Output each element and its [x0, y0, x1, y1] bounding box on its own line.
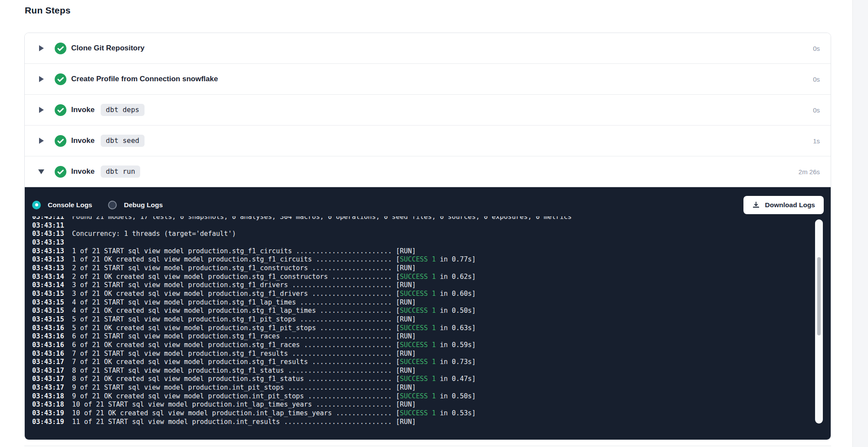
step-label: Clone Git Repository: [71, 44, 145, 53]
log-scrollbar-thumb[interactable]: [817, 257, 821, 335]
log-message: 6 of 21 OK created sql view model produc…: [72, 341, 400, 349]
log-message: Concurrency: 1 threads (target='default'…: [72, 230, 236, 238]
log-line: 03:43:16 6 of 21 START sql view model pr…: [32, 332, 805, 341]
log-success-badge: SUCCESS 1: [400, 409, 436, 417]
log-timestamp: 03:43:11: [32, 216, 72, 221]
log-success-badge: SUCCESS 1: [400, 358, 436, 366]
log-timestamp: 03:43:15: [32, 298, 72, 306]
log-line: 03:43:16 5 of 21 OK created sql view mod…: [32, 324, 805, 333]
log-timestamp: 03:43:11: [32, 222, 72, 229]
log-line: 03:43:13 1 of 21 START sql view model pr…: [32, 247, 805, 256]
log-message: 7 of 21 START sql view model production.…: [72, 350, 416, 358]
log-panel-header: Console LogsDebug Logs Download Logs: [25, 187, 831, 216]
log-timestamp: 03:43:13: [32, 230, 72, 238]
chevron-right-icon[interactable]: [39, 138, 44, 144]
log-line: 03:43:19 10 of 21 OK created sql view mo…: [32, 409, 805, 418]
log-line: 03:43:11 Found 21 models, 17 tests, 0 sn…: [32, 216, 805, 222]
right-gutter: [852, 0, 868, 447]
log-success-badge: SUCCESS 1: [400, 324, 436, 332]
log-type-radio-console-logs[interactable]: Console Logs: [32, 201, 92, 209]
run-step-row[interactable]: Clone Git Repository0s: [25, 33, 831, 64]
step-command-chip: dbt seed: [101, 135, 145, 147]
success-check-icon: [55, 73, 66, 85]
step-label: Invoke: [71, 136, 95, 145]
success-check-icon: [55, 135, 66, 147]
log-line: 03:43:17 7 of 21 OK created sql view mod…: [32, 358, 805, 367]
log-line: 03:43:15 5 of 21 START sql view model pr…: [32, 315, 805, 324]
console-log-output[interactable]: 03:43:11 Found 21 models, 17 tests, 0 sn…: [32, 216, 805, 434]
log-message-tail: in 0.53s]: [436, 409, 476, 417]
log-line: 03:43:16 7 of 21 START sql view model pr…: [32, 350, 805, 358]
log-message: 1 of 21 START sql view model production.…: [72, 247, 416, 255]
step-command-chip: dbt run: [101, 166, 140, 178]
log-timestamp: 03:43:15: [32, 290, 72, 298]
log-message: 6 of 21 START sql view model production.…: [72, 332, 416, 340]
run-step-row[interactable]: Invokedbt deps0s: [25, 95, 831, 126]
log-success-badge: SUCCESS 1: [400, 392, 436, 400]
log-message-tail: in 0.59s]: [436, 341, 476, 349]
log-success-badge: SUCCESS 1: [400, 255, 436, 263]
run-step-row[interactable]: Invokedbt run2m 26s: [25, 156, 831, 187]
download-logs-label: Download Logs: [765, 201, 815, 209]
log-timestamp: 03:43:16: [32, 341, 72, 349]
log-message-tail: in 0.73s]: [436, 358, 476, 366]
log-message-tail: in 0.63s]: [436, 324, 476, 332]
log-timestamp: 03:43:13: [32, 238, 72, 246]
run-steps-card: Clone Git Repository0sCreate Profile fro…: [24, 33, 831, 440]
log-line: 03:43:13 2 of 21 START sql view model pr…: [32, 264, 805, 273]
log-line: 03:43:17 9 of 21 START sql view model pr…: [32, 384, 805, 392]
log-line: 03:43:14 3 of 21 START sql view model pr…: [32, 281, 805, 290]
radio-selected-icon[interactable]: [32, 201, 41, 209]
log-line: 03:43:15 4 of 21 START sql view model pr…: [32, 298, 805, 307]
log-message: 10 of 21 OK created sql view model produ…: [72, 409, 400, 417]
run-step-row[interactable]: Invokedbt seed1s: [25, 126, 831, 156]
log-timestamp: 03:43:19: [32, 418, 72, 426]
log-line: 03:43:16 6 of 21 OK created sql view mod…: [32, 341, 805, 350]
log-timestamp: 03:43:17: [32, 358, 72, 366]
log-timestamp: 03:43:18: [32, 401, 72, 408]
chevron-right-icon[interactable]: [39, 45, 44, 51]
log-success-badge: SUCCESS 1: [400, 341, 436, 349]
radio-unselected-icon[interactable]: [108, 201, 117, 209]
run-step-row[interactable]: Create Profile from Connection snowflake…: [25, 64, 831, 95]
log-message: 1 of 21 OK created sql view model produc…: [72, 255, 400, 263]
log-message: 2 of 21 OK created sql view model produc…: [72, 273, 400, 281]
step-duration: 0s: [813, 76, 820, 83]
radio-label: Console Logs: [48, 201, 92, 209]
log-line: 03:43:15 4 of 21 OK created sql view mod…: [32, 307, 805, 315]
log-line: 03:43:13 Concurrency: 1 threads (target=…: [32, 230, 805, 238]
log-timestamp: 03:43:13: [32, 255, 72, 263]
log-message: 2 of 21 START sql view model production.…: [72, 264, 416, 272]
log-success-badge: SUCCESS 1: [400, 290, 436, 298]
log-timestamp: 03:43:13: [32, 264, 72, 272]
log-success-badge: SUCCESS 1: [400, 307, 436, 315]
log-success-badge: SUCCESS 1: [400, 273, 436, 281]
log-message: 4 of 21 OK created sql view model produc…: [72, 307, 400, 315]
log-timestamp: 03:43:18: [32, 392, 72, 400]
step-label: Invoke: [71, 167, 95, 176]
log-message: 4 of 21 START sql view model production.…: [72, 298, 416, 306]
log-timestamp: 03:43:19: [32, 409, 72, 417]
log-scrollbar-track[interactable]: [815, 219, 823, 424]
step-duration: 0s: [813, 45, 820, 52]
log-message: 8 of 21 START sql view model production.…: [72, 367, 416, 374]
log-message: 5 of 21 OK created sql view model produc…: [72, 324, 400, 332]
step-duration: 0s: [813, 106, 820, 114]
log-line: 03:43:17 8 of 21 START sql view model pr…: [32, 367, 805, 375]
download-logs-button[interactable]: Download Logs: [743, 196, 824, 214]
chevron-right-icon[interactable]: [39, 107, 44, 113]
log-line: 03:43:11: [32, 222, 805, 230]
log-type-radio-debug-logs[interactable]: Debug Logs: [108, 201, 163, 209]
chevron-right-icon[interactable]: [39, 76, 44, 82]
success-check-icon: [55, 43, 66, 54]
log-timestamp: 03:43:17: [32, 367, 72, 374]
success-check-icon: [55, 104, 66, 116]
log-type-radio-group: Console LogsDebug Logs: [32, 201, 179, 209]
step-duration: 2m 26s: [799, 168, 820, 175]
chevron-down-icon[interactable]: [39, 169, 44, 174]
log-message: 3 of 21 START sql view model production.…: [72, 281, 416, 289]
log-message: 10 of 21 START sql view model production…: [72, 401, 416, 408]
log-timestamp: 03:43:16: [32, 332, 72, 340]
log-timestamp: 03:43:17: [32, 375, 72, 383]
log-timestamp: 03:43:15: [32, 315, 72, 323]
